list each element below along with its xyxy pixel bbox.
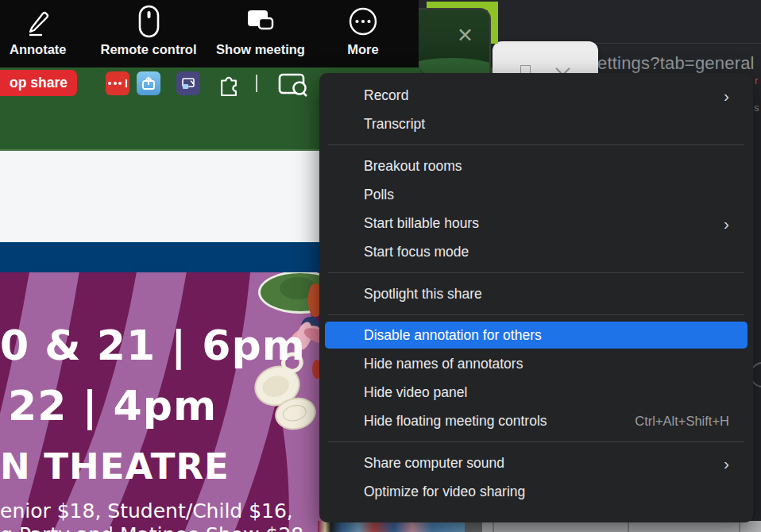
find-on-page-icon[interactable] — [278, 73, 310, 100]
extensions-puzzle-icon[interactable] — [216, 71, 241, 99]
clipped-text-fragment: r — [755, 75, 758, 87]
menu-item-label: Spotlight this share — [364, 286, 482, 303]
address-bar-url-fragment: ettings?tab=general — [597, 53, 755, 74]
menu-item-polls[interactable]: Polls — [319, 180, 753, 209]
menu-item-label: Optimize for video sharing — [364, 484, 525, 500]
cast-icon — [180, 75, 196, 91]
background-table-strip — [482, 521, 761, 532]
menu-item-label: Start focus mode — [364, 244, 469, 260]
menu-item-transcript[interactable]: Transcript — [319, 110, 753, 138]
extension-icon-red[interactable] — [106, 71, 129, 95]
menu-item-label: Hide video panel — [364, 384, 467, 401]
poster-prices-line1: enior $18, Student/Child $16, — [0, 499, 293, 522]
menu-item-label: Record — [364, 87, 408, 104]
extension-icon-blue[interactable] — [137, 71, 160, 95]
zoom-share-toolbar: Annotate Remote control Show meeting M — [0, 0, 419, 67]
poster-dates-line1: 0 & 21 | 6pm — [0, 322, 306, 369]
more-button[interactable]: More — [340, 5, 386, 57]
windows-icon — [211, 5, 310, 40]
ellipsis-circle-icon — [340, 5, 386, 40]
menu-divider — [328, 145, 744, 145]
menu-item-hide-floating-meeting-controls[interactable]: Hide floating meeting controls Ctrl+Alt+… — [319, 407, 753, 435]
show-meeting-button[interactable]: Show meeting — [211, 5, 310, 57]
menu-item-label: Breakout rooms — [364, 158, 462, 175]
menu-divider — [328, 441, 744, 442]
menu-item-start-billable-hours[interactable]: Start billable hours › — [319, 209, 753, 237]
poster-dates-line2: 22 | 4pm — [8, 382, 217, 430]
menu-item-record[interactable]: Record › — [319, 81, 753, 110]
menu-group: Spotlight this share — [319, 279, 753, 308]
table-grid-line — [739, 521, 740, 532]
chevron-right-icon: › — [724, 215, 729, 232]
menu-item-disable-annotation-for-others[interactable]: Disable annotation for others — [325, 322, 747, 349]
menu-item-share-computer-sound[interactable]: Share computer sound › — [319, 449, 753, 477]
tool-label: Annotate — [10, 42, 67, 57]
saucer-inner — [281, 403, 308, 423]
annotate-button[interactable]: Annotate — [10, 5, 67, 57]
chevron-right-icon: › — [724, 455, 729, 472]
remote-control-button[interactable]: Remote control — [97, 5, 200, 57]
password-manager-icon — [108, 79, 127, 87]
screen: ettings?tab=general r s op share — [0, 0, 761, 532]
menu-item-hide-video-panel[interactable]: Hide video panel — [319, 378, 753, 407]
menu-item-hide-names-of-annotators[interactable]: Hide names of annotators — [319, 349, 753, 378]
chevron-right-icon: › — [724, 87, 729, 104]
pencil-icon — [21, 5, 55, 40]
menu-item-label: Disable annotation for others — [364, 327, 542, 344]
toolbar-divider — [256, 75, 257, 92]
menu-item-spotlight-this-share[interactable]: Spotlight this share — [319, 279, 753, 308]
table-grid-line — [628, 521, 629, 532]
clipped-text-fragment: s — [754, 102, 759, 114]
more-context-menu: Record › Transcript Breakout rooms Polls… — [319, 73, 753, 522]
poster-prices-line2: g Party and Matinee Show $28 — [0, 523, 303, 532]
menu-item-shortcut: Ctrl+Alt+Shift+H — [635, 414, 729, 429]
poster-venue: N THEATRE — [0, 445, 230, 488]
menu-item-label: Hide floating meeting controls — [364, 413, 547, 430]
stop-share-button[interactable]: op share — [0, 70, 77, 96]
tool-label: Show meeting — [216, 42, 305, 57]
table-grid-line — [493, 521, 494, 532]
menu-group: Share computer sound › Optimize for vide… — [319, 449, 753, 506]
mouse-icon — [97, 5, 200, 40]
menu-item-optimize-for-video-sharing[interactable]: Optimize for video sharing — [319, 477, 753, 506]
teacup-inner — [260, 372, 292, 400]
menu-group: Breakout rooms Polls Start billable hour… — [319, 152, 753, 266]
menu-item-label: Start billable hours — [364, 215, 479, 232]
menu-group: Disable annotation for others Hide names… — [319, 322, 753, 435]
menu-item-breakout-rooms[interactable]: Breakout rooms — [319, 152, 753, 180]
zoom-floating-panel: ✕ — [419, 8, 491, 75]
menu-item-label: Polls — [364, 187, 394, 203]
menu-item-label: Transcript — [364, 116, 425, 133]
close-icon[interactable]: ✕ — [457, 24, 473, 47]
menu-item-label: Hide names of annotators — [364, 356, 523, 372]
tool-label: More — [347, 42, 378, 57]
menu-group: Record › Transcript — [319, 81, 753, 138]
background-scroll-block — [465, 521, 482, 532]
menu-divider — [328, 272, 744, 273]
share-screen-icon — [141, 75, 156, 91]
background-collage-strip — [318, 521, 465, 532]
menu-item-label: Share computer sound — [364, 455, 504, 472]
menu-divider — [328, 314, 744, 315]
extension-icon-indigo[interactable] — [176, 71, 200, 95]
browser-tab[interactable] — [493, 41, 598, 73]
tool-label: Remote control — [100, 42, 196, 57]
menu-item-start-focus-mode[interactable]: Start focus mode — [319, 237, 753, 266]
